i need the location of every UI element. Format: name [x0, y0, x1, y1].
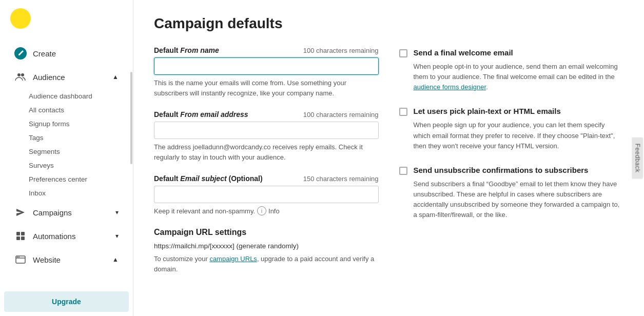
welcome-email-row: Send a final welcome email — [399, 48, 624, 57]
svg-rect-6 — [21, 232, 25, 235]
email-subject-char-count: 150 characters remaining — [303, 175, 379, 183]
url-help: To customize your campaign URLs, upgrade… — [154, 254, 379, 274]
url-settings-title: Campaign URL settings — [154, 228, 379, 237]
main-nav: Create Audience ▲ Audience dashboard — [0, 37, 133, 287]
email-subject-input[interactable] — [154, 186, 379, 203]
feedback-tab[interactable]: Feedback — [632, 137, 643, 179]
website-chevron: ▲ — [112, 256, 119, 263]
unsubscribe-title: Send unsubscribe confirmations to subscr… — [414, 166, 589, 174]
welcome-email-checkbox-group: Send a final welcome email When people o… — [399, 48, 624, 92]
campaigns-chevron: ▾ — [115, 209, 119, 216]
plain-text-checkbox[interactable] — [399, 108, 407, 116]
email-subject-label: Default Email subject (Optional) — [154, 174, 263, 183]
sidebar-sub-surveys[interactable]: Surveys — [29, 159, 133, 172]
from-email-label-row: Default From email address 100 character… — [154, 110, 379, 118]
svg-rect-5 — [16, 232, 20, 235]
from-name-group: Default From name 100 characters remaini… — [154, 46, 379, 98]
sidebar-item-audience-label: Audience — [33, 73, 65, 82]
from-name-label-row: Default From name 100 characters remaini… — [154, 46, 379, 54]
welcome-email-title: Send a final welcome email — [414, 48, 513, 57]
svg-rect-7 — [16, 236, 20, 240]
unsubscribe-checkbox[interactable] — [399, 167, 407, 175]
sidebar-item-website[interactable]: Website ▲ — [4, 248, 129, 271]
page-title: Campaign defaults — [154, 15, 623, 32]
url-settings-section: Campaign URL settings https://mailchi.mp… — [154, 228, 379, 274]
from-email-input[interactable] — [154, 122, 379, 139]
automations-chevron: ▾ — [115, 232, 119, 240]
audience-chevron: ▲ — [112, 73, 119, 81]
sidebar-item-audience[interactable]: Audience ▲ — [4, 66, 129, 88]
from-name-label: Default From name — [154, 46, 219, 54]
email-subject-group: Default Email subject (Optional) 150 cha… — [154, 174, 379, 215]
plain-text-checkbox-group: Let users pick plain-text or HTML emails… — [399, 107, 624, 151]
url-text: https://mailchi.mp/[xxxxxx] (generate ra… — [154, 242, 379, 250]
logo[interactable]: 🐵 — [0, 0, 133, 37]
sidebar-item-create-label: Create — [33, 49, 56, 58]
svg-point-2 — [17, 73, 21, 76]
email-subject-label-row: Default Email subject (Optional) 150 cha… — [154, 174, 379, 183]
from-name-input[interactable] — [154, 57, 379, 75]
sidebar-item-campaigns-label: Campaigns — [33, 208, 72, 217]
plain-text-row: Let users pick plain-text or HTML emails — [399, 107, 624, 116]
upgrade-button[interactable]: Upgrade — [4, 291, 129, 312]
sidebar-sub-inbox[interactable]: Inbox — [29, 186, 133, 200]
sidebar-item-automations-label: Automations — [33, 232, 75, 241]
sidebar-sub-all-contacts[interactable]: All contacts — [29, 103, 133, 117]
sidebar-sub-segments[interactable]: Segments — [29, 145, 133, 159]
sidebar-item-automations[interactable]: Automations ▾ — [4, 225, 129, 247]
sidebar-sub-tags[interactable]: Tags — [29, 131, 133, 145]
svg-point-3 — [21, 73, 24, 76]
svg-point-0 — [14, 12, 27, 25]
content-grid: Default From name 100 characters remaini… — [154, 46, 623, 286]
mailchimp-logo: 🐵 — [10, 8, 31, 29]
sidebar-sub-signup-forms[interactable]: Signup forms — [29, 117, 133, 131]
unsubscribe-checkbox-group: Send unsubscribe confirmations to subscr… — [399, 166, 624, 221]
left-column: Default From name 100 characters remaini… — [154, 46, 379, 286]
from-email-label: Default From email address — [154, 110, 248, 118]
sidebar-item-campaigns[interactable]: Campaigns ▾ — [4, 201, 129, 224]
website-icon — [14, 253, 27, 266]
unsubscribe-desc: Send subscribers a final “Goodbye” email… — [399, 179, 624, 221]
info-icon[interactable]: i — [257, 206, 266, 215]
plain-text-desc: When people sign up for your audience, y… — [399, 120, 624, 151]
sidebar-sub-audience-dashboard[interactable]: Audience dashboard — [29, 89, 133, 103]
from-name-char-count: 100 characters remaining — [303, 47, 379, 54]
email-subject-info: Keep it relevant and non-spammy. i Info — [154, 206, 379, 215]
from-name-help: This is the name your emails will come f… — [154, 78, 379, 98]
audience-icon — [14, 71, 27, 83]
svg-point-12 — [18, 256, 19, 258]
campaigns-icon — [14, 206, 27, 219]
svg-marker-4 — [16, 209, 25, 216]
sidebar-scrollbar[interactable] — [130, 72, 132, 164]
info-label[interactable]: Info — [268, 207, 280, 215]
svg-rect-8 — [21, 236, 25, 240]
welcome-email-desc: When people opt-in to your audience, sen… — [399, 62, 624, 92]
sidebar-sub-preferences-center[interactable]: Preferences center — [29, 172, 133, 186]
automations-icon — [14, 230, 27, 242]
svg-point-11 — [17, 256, 18, 258]
audience-forms-link[interactable]: audience forms designer — [414, 83, 486, 91]
sidebar: 🐵 Create — [0, 0, 133, 316]
right-column: Send a final welcome email When people o… — [399, 46, 624, 286]
welcome-email-checkbox[interactable] — [399, 49, 407, 57]
campaign-urls-link[interactable]: campaign URLs — [209, 255, 257, 263]
from-email-char-count: 100 characters remaining — [303, 111, 379, 118]
audience-submenu: Audience dashboard All contacts Signup f… — [0, 89, 133, 200]
sidebar-item-website-label: Website — [33, 255, 61, 264]
main-content: Campaign defaults Default From name 100 … — [133, 0, 644, 316]
plain-text-title: Let users pick plain-text or HTML emails — [414, 107, 561, 115]
unsubscribe-row: Send unsubscribe confirmations to subscr… — [399, 166, 624, 175]
from-email-group: Default From email address 100 character… — [154, 110, 379, 162]
keep-relevant-text: Keep it relevant and non-spammy. — [154, 207, 255, 215]
sidebar-item-create[interactable]: Create — [4, 42, 129, 65]
create-icon — [14, 47, 27, 60]
from-email-help: The address joelladunn@wordcandy.co rece… — [154, 142, 379, 162]
